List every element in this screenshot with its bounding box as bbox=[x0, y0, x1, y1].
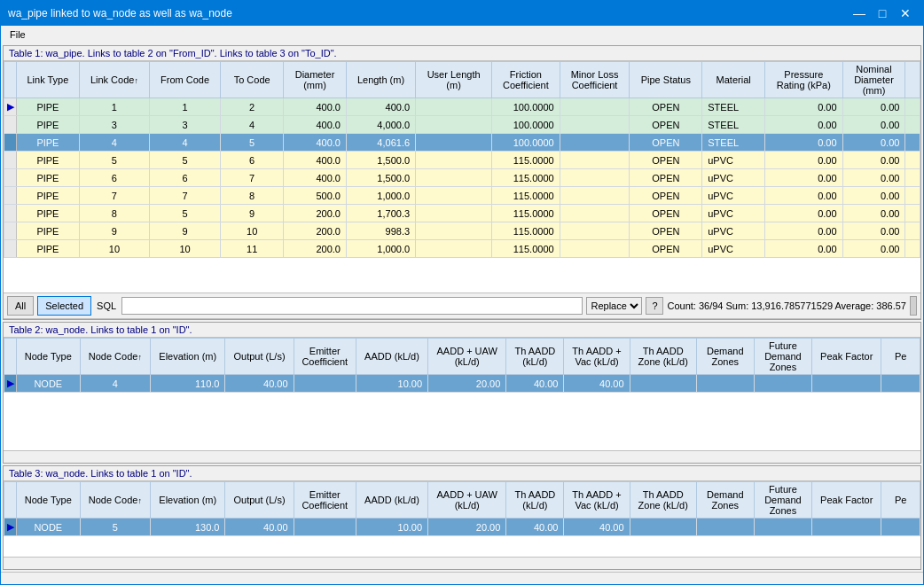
table-cell: 115.0000 bbox=[492, 169, 560, 187]
col3-th-aadd[interactable]: Th AADD(kL/d) bbox=[506, 482, 564, 519]
col2-node-type[interactable]: Node Type bbox=[17, 339, 81, 375]
table-cell bbox=[905, 116, 920, 134]
table-cell bbox=[811, 519, 881, 536]
table1-header: Table 1: wa_pipe. Links to table 2 on "F… bbox=[4, 46, 920, 61]
table3-scrollbar[interactable] bbox=[4, 557, 920, 569]
minimize-button[interactable]: — bbox=[849, 4, 870, 22]
col3-future-demand[interactable]: FutureDemandZones bbox=[754, 482, 811, 519]
table-row[interactable]: ▶NODE5130.040.0010.0020.0040.0040.00 bbox=[4, 519, 920, 536]
row-indicator bbox=[4, 134, 17, 152]
col2-pe[interactable]: Pe bbox=[881, 339, 920, 375]
table-row[interactable]: PIPE445400.04,061.6100.0000OPENSTEEL0.00… bbox=[4, 134, 920, 152]
table-cell: STEEL bbox=[702, 134, 765, 152]
col2-demand-zones[interactable]: DemandZones bbox=[696, 339, 754, 375]
content-area: Table 1: wa_pipe. Links to table 2 on "F… bbox=[1, 43, 923, 572]
col2-output[interactable]: Output (L/s) bbox=[225, 339, 294, 375]
main-window: wa_pipe linked to wa_node as well as wa_… bbox=[0, 0, 924, 585]
col-link-type[interactable]: Link Type bbox=[17, 62, 80, 98]
col2-th-aadd[interactable]: Th AADD(kL/d) bbox=[506, 339, 564, 375]
selected-button[interactable]: Selected bbox=[37, 296, 91, 316]
table2-scrollbar[interactable] bbox=[4, 450, 920, 463]
col3-th-aadd-zone[interactable]: Th AADDZone (kL/d) bbox=[630, 482, 696, 519]
table-cell: 6 bbox=[79, 169, 149, 187]
col3-node-type[interactable]: Node Type bbox=[17, 482, 81, 519]
table-cell: uPVC bbox=[702, 240, 765, 258]
table-cell: 115.0000 bbox=[492, 222, 560, 240]
table-cell: 1 bbox=[79, 98, 149, 116]
col3-peak-factor[interactable]: Peak Factor bbox=[811, 482, 881, 519]
col-from-code[interactable]: From Code bbox=[149, 62, 220, 98]
table-row[interactable]: ▶NODE4110.040.0010.0020.0040.0040.00 bbox=[4, 375, 920, 393]
table-cell: 40.00 bbox=[506, 375, 564, 393]
col-length[interactable]: Length (m) bbox=[346, 62, 415, 98]
table-cell: 40.00 bbox=[506, 519, 564, 536]
table-cell: 100.0000 bbox=[492, 98, 560, 116]
col3-aadd-uaw[interactable]: AADD + UAW(kL/d) bbox=[428, 482, 506, 519]
col2-th-aadd-zone[interactable]: Th AADDZone (kL/d) bbox=[630, 339, 696, 375]
main-scrollbar[interactable] bbox=[1, 572, 923, 584]
table-cell: 40.00 bbox=[564, 375, 630, 393]
table-cell: PIPE bbox=[17, 222, 80, 240]
col-pressure[interactable]: PressureRating (kPa) bbox=[765, 62, 843, 98]
table-cell: 400.0 bbox=[284, 152, 347, 169]
table1-container[interactable]: Link Type Link Code↑ From Code To Code D… bbox=[4, 61, 920, 292]
col3-node-code[interactable]: Node Code↑ bbox=[80, 482, 150, 519]
col2-future-demand[interactable]: FutureDemandZones bbox=[754, 339, 811, 375]
table-row[interactable]: ▶PIPE112400.0400.0100.0000OPENSTEEL0.000… bbox=[4, 98, 920, 116]
col-pipe-status[interactable]: Pipe Status bbox=[630, 62, 702, 98]
col-nominal[interactable]: NominalDiameter(mm) bbox=[842, 62, 905, 98]
col3-aadd[interactable]: AADD (kL/d) bbox=[356, 482, 427, 519]
table-cell: 100.0000 bbox=[492, 134, 560, 152]
col2-elevation[interactable]: Elevation (m) bbox=[151, 339, 225, 375]
col2-th-aadd-vac[interactable]: Th AADD +Vac (kL/d) bbox=[564, 339, 630, 375]
help-button[interactable]: ? bbox=[646, 297, 663, 315]
table-row[interactable]: PIPE9910200.0998.3115.0000OPENuPVC0.000.… bbox=[4, 222, 920, 240]
col2-emitter[interactable]: EmitterCoefficient bbox=[294, 339, 356, 375]
sql-input[interactable] bbox=[121, 297, 583, 315]
menu-file[interactable]: File bbox=[4, 28, 31, 41]
table2-container[interactable]: Node Type Node Code↑ Elevation (m) Outpu… bbox=[4, 338, 920, 450]
table-row[interactable]: PIPE556400.01,500.0115.0000OPENuPVC0.000… bbox=[4, 152, 920, 169]
table3-container[interactable]: Node Type Node Code↑ Elevation (m) Outpu… bbox=[4, 481, 920, 557]
col2-peak-factor[interactable]: Peak Factor bbox=[811, 339, 881, 375]
col-to-code[interactable]: To Code bbox=[221, 62, 284, 98]
table-cell: 4,000.0 bbox=[346, 116, 415, 134]
table-cell: 0.00 bbox=[765, 134, 843, 152]
table1-header-row: Link Type Link Code↑ From Code To Code D… bbox=[4, 62, 920, 98]
col-minor-loss[interactable]: Minor LossCoefficient bbox=[560, 62, 630, 98]
all-button[interactable]: All bbox=[7, 296, 34, 316]
table-cell: 8 bbox=[79, 205, 149, 222]
table-cell: 4 bbox=[221, 116, 284, 134]
table-cell: 10 bbox=[79, 240, 149, 258]
replace-select[interactable]: Replace bbox=[586, 297, 642, 315]
table-row[interactable]: PIPE101011200.01,000.0115.0000OPENuPVC0.… bbox=[4, 240, 920, 258]
col-friction[interactable]: FrictionCoefficient bbox=[492, 62, 560, 98]
col2-aadd[interactable]: AADD (kL/d) bbox=[356, 339, 427, 375]
col3-emitter[interactable]: EmitterCoefficient bbox=[294, 482, 356, 519]
col2-node-code[interactable]: Node Code↑ bbox=[80, 339, 150, 375]
table-cell bbox=[560, 134, 630, 152]
table-row[interactable]: PIPE778500.01,000.0115.0000OPENuPVC0.000… bbox=[4, 187, 920, 205]
table-cell: 400.0 bbox=[284, 169, 347, 187]
col3-th-aadd-vac[interactable]: Th AADD +Vac (kL/d) bbox=[564, 482, 630, 519]
col-user-length[interactable]: User Length(m) bbox=[416, 62, 492, 98]
table-row[interactable]: PIPE859200.01,700.3115.0000OPENuPVC0.000… bbox=[4, 205, 920, 222]
col-link-code[interactable]: Link Code↑ bbox=[79, 62, 149, 98]
maximize-button[interactable]: □ bbox=[872, 4, 893, 22]
table-row[interactable]: PIPE667400.01,500.0115.0000OPENuPVC0.000… bbox=[4, 169, 920, 187]
table-row[interactable]: PIPE334400.04,000.0100.0000OPENSTEEL0.00… bbox=[4, 116, 920, 134]
col3-pe[interactable]: Pe bbox=[881, 482, 920, 519]
table3-body: ▶NODE5130.040.0010.0020.0040.0040.00 bbox=[4, 519, 920, 536]
close-button[interactable]: ✕ bbox=[895, 4, 916, 22]
table-cell: OPEN bbox=[630, 116, 702, 134]
table-cell bbox=[560, 152, 630, 169]
col3-elevation[interactable]: Elevation (m) bbox=[151, 482, 225, 519]
col-diameter[interactable]: Diameter(mm) bbox=[284, 62, 347, 98]
col2-aadd-uaw[interactable]: AADD + UAW(kL/d) bbox=[428, 339, 506, 375]
col3-output[interactable]: Output (L/s) bbox=[225, 482, 294, 519]
table-cell: 400.0 bbox=[346, 98, 415, 116]
table-cell: 4,061.6 bbox=[346, 134, 415, 152]
col3-demand-zones[interactable]: DemandZones bbox=[696, 482, 754, 519]
col-material[interactable]: Material bbox=[702, 62, 765, 98]
resize-handle[interactable] bbox=[910, 296, 917, 316]
